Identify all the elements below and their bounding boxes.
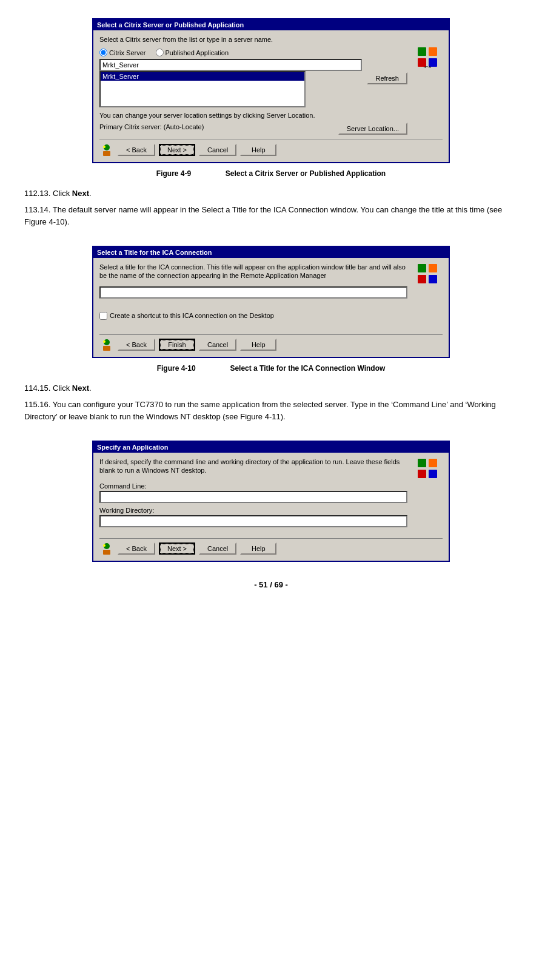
server-name-input[interactable] bbox=[99, 59, 362, 71]
citrix-icon-2 bbox=[417, 263, 438, 285]
svg-rect-10 bbox=[418, 275, 426, 283]
help-button-2[interactable]: Help bbox=[240, 339, 276, 351]
step-114-bold: Next bbox=[72, 384, 89, 393]
finish-button[interactable]: Finish bbox=[159, 339, 195, 351]
dialog2-titlebar: Select a Title for the ICA Connection bbox=[93, 247, 449, 258]
fig2-title: Select a Title for the ICA Connection Wi… bbox=[230, 364, 385, 373]
dialog3-separator bbox=[99, 538, 443, 539]
svg-rect-20 bbox=[103, 550, 110, 555]
step-113: 113.14. The default server name will app… bbox=[24, 204, 518, 228]
svg-rect-17 bbox=[418, 470, 426, 478]
svg-rect-1 bbox=[429, 47, 437, 56]
fig1-number: Figure 4-9 bbox=[156, 169, 191, 178]
svg-rect-18 bbox=[429, 470, 437, 478]
server-listbox[interactable]: Mrkt_Server bbox=[99, 71, 306, 107]
dialog3-icon-area bbox=[412, 458, 443, 479]
step-114-num: 114.15. bbox=[24, 384, 50, 393]
shortcut-checkbox-text: Create a shortcut to this ICA connection… bbox=[110, 312, 274, 319]
cancel-button-1[interactable]: Cancel bbox=[199, 144, 236, 156]
step-113-text: The default server name will appear in t… bbox=[24, 205, 502, 226]
step-115: 115.16. You can configure your TC7370 to… bbox=[24, 399, 518, 422]
working-dir-label: Working Directory: bbox=[99, 507, 407, 514]
cancel-button-3[interactable]: Cancel bbox=[199, 542, 236, 555]
footer-text: - 51 / 69 - bbox=[254, 580, 288, 589]
citrix-icon-3 bbox=[417, 458, 438, 479]
dialog3-titlebar: Specify an Application bbox=[93, 442, 449, 453]
svg-rect-0 bbox=[418, 47, 426, 56]
refresh-button[interactable]: Refresh bbox=[367, 72, 407, 84]
back-button-1[interactable]: < Back bbox=[118, 144, 155, 156]
radio-citrix-server-input[interactable] bbox=[99, 49, 107, 56]
dialog1-radio-group: Citrix Server Published Application bbox=[99, 49, 407, 56]
cmd-line-label: Command Line: bbox=[99, 482, 407, 490]
dialog-select-title-ica: Select a Title for the ICA Connection Se… bbox=[92, 246, 450, 358]
step-115-num: 115.16. bbox=[24, 400, 50, 409]
help-button-1[interactable]: Help bbox=[240, 144, 276, 156]
fig1-title: Select a Citrix Server or Published Appl… bbox=[226, 169, 386, 178]
dialog1-title: Select a Citrix Server or Published Appl… bbox=[97, 21, 244, 29]
help-button-3[interactable]: Help bbox=[240, 542, 276, 555]
shortcut-checkbox[interactable] bbox=[99, 312, 107, 320]
step-114-end: . bbox=[89, 384, 92, 393]
step-112: 112.13. Click Next. bbox=[24, 188, 518, 200]
dialog3-instruction: If desired, specify the command line and… bbox=[99, 458, 407, 475]
step-112-num: 112.13. bbox=[24, 189, 50, 198]
svg-rect-6 bbox=[103, 151, 110, 156]
svg-rect-13 bbox=[103, 346, 110, 351]
figure-4-10-caption: Figure 4-10 Select a Title for the ICA C… bbox=[24, 364, 518, 373]
dialog1-instruction: Select a Citrix server from the list or … bbox=[99, 35, 443, 44]
step-113-num: 113.14. bbox=[24, 205, 50, 214]
step-115-text: You can configure your TC7370 to run the… bbox=[24, 400, 496, 421]
dialog1-icon-area: ICA bbox=[412, 46, 443, 68]
dialog1-titlebar: Select a Citrix Server or Published Appl… bbox=[93, 19, 449, 30]
dialog-specify-application: Specify an Application If desired, speci… bbox=[92, 441, 450, 562]
svg-rect-9 bbox=[429, 264, 437, 272]
step-112-text: Click bbox=[53, 189, 72, 198]
bottom-icon-3 bbox=[99, 541, 114, 556]
step-114-text: Click bbox=[53, 384, 72, 393]
bottom-icon bbox=[99, 143, 114, 157]
dialog2-separator bbox=[99, 334, 443, 335]
dialog2-title: Select a Title for the ICA Connection bbox=[97, 249, 212, 256]
next-button-3[interactable]: Next > bbox=[159, 542, 195, 555]
dialog2-instruction: Select a title for the ICA connection. T… bbox=[99, 263, 407, 280]
radio-published-app-input[interactable] bbox=[156, 49, 164, 56]
shortcut-checkbox-label[interactable]: Create a shortcut to this ICA connection… bbox=[99, 312, 407, 320]
dialog1-separator bbox=[99, 140, 443, 140]
cancel-button-2[interactable]: Cancel bbox=[199, 339, 236, 351]
dialog-select-citrix-server: Select a Citrix Server or Published Appl… bbox=[92, 18, 450, 163]
svg-rect-16 bbox=[429, 459, 437, 467]
dialog3-title: Specify an Application bbox=[97, 444, 169, 451]
step-114: 114.15. Click Next. bbox=[24, 382, 518, 394]
bottom-icon-2 bbox=[99, 337, 114, 352]
step-112-end: . bbox=[89, 189, 92, 198]
fig2-number: Figure 4-10 bbox=[157, 364, 196, 373]
svg-text:ICA: ICA bbox=[423, 65, 432, 68]
primary-server-label: Primary Citrix server: (Auto-Locate) bbox=[99, 123, 204, 131]
radio-citrix-server[interactable]: Citrix Server bbox=[99, 49, 146, 56]
working-dir-input[interactable] bbox=[99, 515, 407, 527]
server-location-button[interactable]: Server Location... bbox=[338, 123, 407, 135]
svg-rect-15 bbox=[418, 459, 426, 467]
page-footer: - 51 / 69 - bbox=[24, 580, 518, 589]
step-112-bold: Next bbox=[72, 189, 89, 198]
next-button-1[interactable]: Next > bbox=[159, 144, 195, 156]
figure-4-9-caption: Figure 4-9 Select a Citrix Server or Pub… bbox=[24, 169, 518, 178]
dialog2-icon-area bbox=[412, 263, 443, 285]
back-button-3[interactable]: < Back bbox=[118, 542, 155, 555]
dialog1-info-text: You can change your server location sett… bbox=[99, 111, 407, 120]
listbox-item-mrkt-server[interactable]: Mrkt_Server bbox=[101, 72, 304, 81]
back-button-2[interactable]: < Back bbox=[118, 339, 155, 351]
svg-rect-8 bbox=[418, 264, 426, 272]
svg-rect-11 bbox=[429, 275, 437, 283]
svg-point-7 bbox=[103, 146, 105, 148]
title-input[interactable] bbox=[99, 286, 407, 299]
svg-point-21 bbox=[103, 544, 105, 547]
svg-point-14 bbox=[103, 340, 105, 343]
cmd-line-input[interactable] bbox=[99, 491, 407, 503]
radio-published-app[interactable]: Published Application bbox=[156, 49, 229, 56]
citrix-icon: ICA bbox=[417, 46, 438, 68]
